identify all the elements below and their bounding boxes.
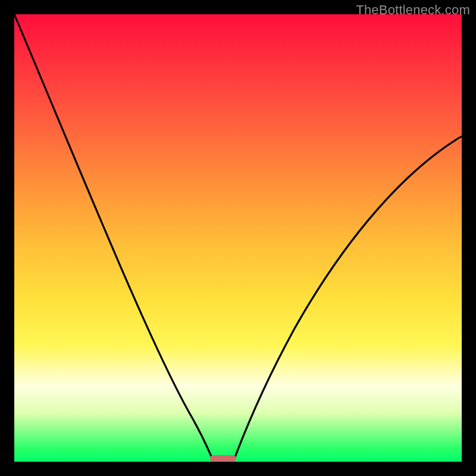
left-curve: [14, 14, 214, 462]
right-curve: [233, 136, 462, 462]
plot-area: [14, 14, 462, 462]
curve-layer: [14, 14, 462, 462]
bottleneck-marker: [210, 455, 236, 462]
watermark-text: TheBottleneck.com: [356, 2, 470, 18]
chart-frame: TheBottleneck.com: [0, 0, 476, 476]
